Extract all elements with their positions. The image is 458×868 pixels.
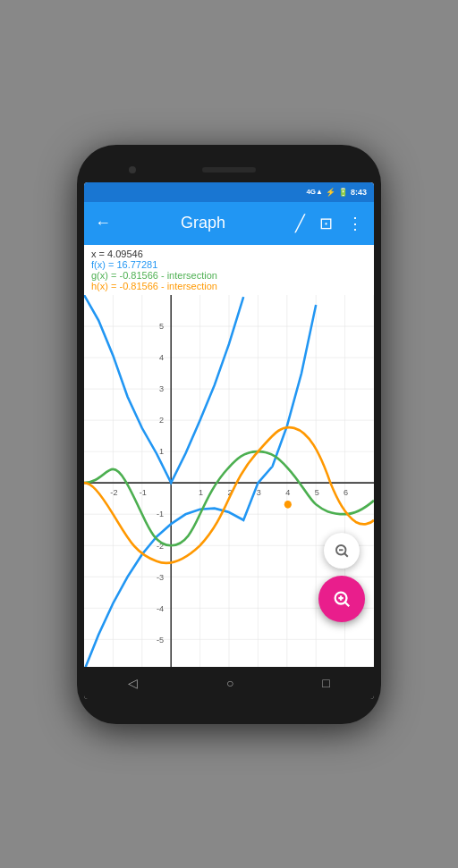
svg-text:-3: -3 (157, 571, 164, 581)
line-icon[interactable]: ╱ (292, 210, 309, 237)
phone-bottom-bar (84, 699, 374, 712)
zoom-in-button[interactable] (318, 576, 365, 622)
status-bar: 4G▲ ⚡ 🔋 8:43 (84, 182, 374, 202)
g-value-label: g(x) = -0.81566 - intersection (91, 270, 367, 281)
intersection-dot (284, 500, 292, 508)
back-nav-button[interactable]: ◁ (128, 676, 138, 690)
status-icons: 4G▲ ⚡ 🔋 8:43 (306, 188, 367, 197)
recent-nav-button[interactable]: □ (322, 676, 329, 690)
svg-text:3: 3 (159, 383, 164, 393)
graph-container[interactable]: -2 -1 1 2 3 4 5 6 1 2 3 4 5 -1 -2 -3 -4 … (84, 295, 374, 667)
svg-text:5: 5 (315, 487, 319, 497)
svg-text:4: 4 (159, 352, 164, 362)
zoom-out-button[interactable] (324, 533, 360, 569)
phone-top-bar (84, 157, 374, 182)
svg-text:-4: -4 (157, 603, 164, 612)
svg-text:6: 6 (344, 487, 348, 497)
home-nav-button[interactable]: ○ (226, 676, 233, 690)
svg-text:2: 2 (159, 415, 164, 425)
svg-text:-1: -1 (140, 487, 147, 497)
h-value-label: h(x) = -0.81566 - intersection (91, 281, 367, 291)
svg-text:-1: -1 (157, 509, 164, 518)
svg-text:1: 1 (199, 487, 203, 497)
graph-info: x = 4.09546 f(x) = 16.77281 g(x) = -0.81… (84, 245, 374, 295)
frame-icon[interactable]: ⊡ (316, 210, 336, 237)
f-value-label: f(x) = 16.77281 (91, 259, 367, 270)
bluetooth-icon: ⚡ (326, 188, 335, 197)
front-camera (129, 166, 136, 173)
svg-text:1: 1 (159, 446, 164, 456)
x-value-label: x = 4.09546 (91, 249, 367, 259)
more-icon[interactable]: ⋮ (344, 210, 367, 237)
speaker (202, 167, 256, 173)
fab-container (318, 533, 365, 622)
back-button[interactable]: ← (91, 210, 114, 236)
app-bar: ← Graph ╱ ⊡ ⋮ (84, 202, 374, 245)
svg-text:4: 4 (285, 487, 290, 497)
time-display: 8:43 (351, 188, 367, 197)
svg-text:3: 3 (257, 487, 261, 497)
svg-line-43 (344, 553, 348, 557)
phone-screen: 4G▲ ⚡ 🔋 8:43 ← Graph ╱ ⊡ ⋮ x = 4.09546 f… (84, 182, 374, 699)
page-title: Graph (122, 214, 284, 232)
phone-frame: 4G▲ ⚡ 🔋 8:43 ← Graph ╱ ⊡ ⋮ x = 4.09546 f… (77, 145, 381, 724)
svg-text:-2: -2 (110, 487, 117, 497)
battery-icon: 🔋 (338, 188, 348, 197)
svg-text:5: 5 (159, 320, 164, 330)
svg-line-47 (345, 602, 350, 606)
signal-icon: 4G▲ (306, 188, 323, 196)
nav-bar: ◁ ○ □ (84, 667, 374, 699)
svg-text:-5: -5 (157, 634, 164, 644)
